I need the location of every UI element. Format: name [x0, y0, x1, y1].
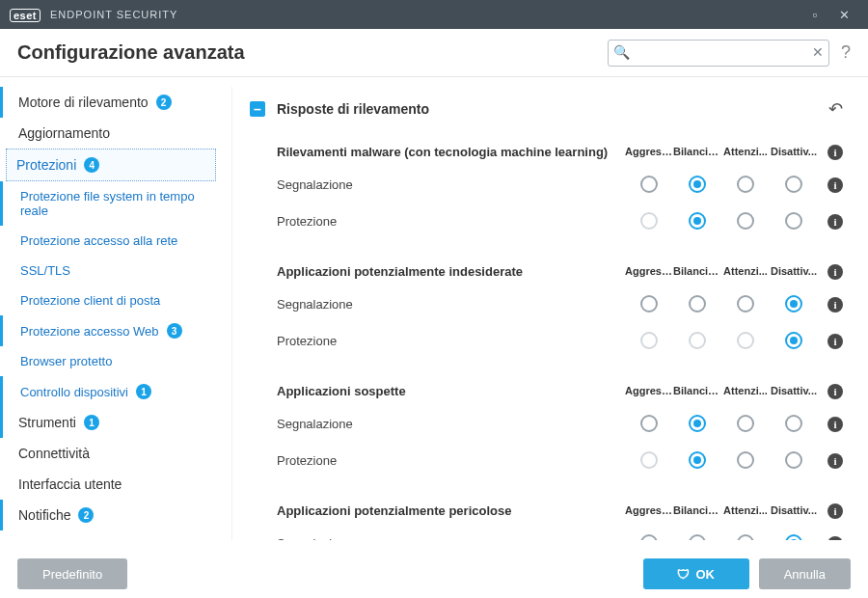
radio-option	[737, 332, 754, 349]
footer: Predefinito 🛡OK Annulla	[0, 550, 868, 598]
sidebar-badge: 1	[136, 384, 151, 399]
radio-option[interactable]	[640, 534, 658, 540]
sidebar-item-label: Protezioni	[16, 157, 76, 173]
sidebar-item-label: Protezione client di posta	[20, 293, 160, 308]
group-title: Applicazioni potenzialmente indesiderate	[277, 264, 625, 279]
section-header: – Risposte di rilevamento ↶	[250, 93, 843, 133]
row-label: Segnalazione	[277, 417, 625, 431]
sidebar-item-12[interactable]: Interfaccia utente	[0, 469, 222, 500]
info-icon[interactable]: i	[827, 536, 843, 540]
radio-option[interactable]	[737, 534, 754, 540]
info-icon[interactable]: i	[827, 384, 843, 399]
info-icon[interactable]: i	[827, 145, 843, 160]
info-icon[interactable]: i	[827, 417, 843, 432]
radio-option[interactable]	[785, 534, 802, 540]
sidebar-badge: 2	[78, 507, 94, 523]
sidebar-item-5[interactable]: SSL/TLS	[0, 256, 222, 285]
info-icon[interactable]: i	[827, 503, 843, 519]
sidebar-item-label: Strumenti	[18, 415, 76, 430]
column-label: Aggress...	[625, 504, 673, 516]
radio-option	[689, 332, 706, 349]
group-header: Rilevamenti malware (con tecnologia mach…	[250, 133, 843, 166]
setting-row: Protezionei	[250, 442, 843, 478]
info-icon[interactable]: i	[827, 453, 843, 469]
info-icon[interactable]: i	[827, 214, 843, 230]
body: Motore di rilevamento2AggiornamentoProte…	[0, 77, 868, 550]
sidebar: Motore di rilevamento2AggiornamentoProte…	[0, 77, 222, 550]
radio-option[interactable]	[737, 451, 754, 469]
default-button[interactable]: Predefinito	[17, 558, 127, 589]
column-label: Attenzi...	[721, 385, 770, 396]
info-icon[interactable]: i	[827, 334, 843, 349]
sidebar-item-1[interactable]: Aggiornamento	[0, 118, 222, 149]
radio-option[interactable]	[785, 295, 802, 313]
column-label: Attenzi...	[721, 146, 770, 157]
sidebar-item-13[interactable]: Notifiche2	[0, 500, 222, 530]
info-icon[interactable]: i	[827, 264, 843, 280]
column-label: Bilancia...	[673, 265, 721, 277]
ok-button[interactable]: 🛡OK	[643, 558, 749, 589]
radio-option[interactable]	[785, 415, 802, 432]
column-label: Aggress...	[625, 385, 673, 396]
ok-label: OK	[695, 567, 715, 582]
sidebar-item-4[interactable]: Protezione accesso alla rete	[0, 226, 222, 256]
radio-option[interactable]	[689, 415, 706, 432]
group-title: Applicazioni potenzialmente pericolose	[277, 503, 625, 518]
row-label: Protezione	[277, 214, 625, 229]
brand-mark: eset	[10, 9, 41, 22]
cancel-button[interactable]: Annulla	[759, 558, 851, 589]
collapse-toggle-icon[interactable]: –	[250, 101, 265, 117]
section-title: Risposte di rilevamento	[277, 101, 828, 117]
setting-row: Protezionei	[250, 322, 843, 359]
sidebar-item-9[interactable]: Controllo dispositivi1	[0, 376, 222, 407]
info-icon[interactable]: i	[827, 177, 843, 193]
undo-icon[interactable]: ↶	[828, 98, 843, 120]
radio-option[interactable]	[689, 176, 706, 193]
sidebar-item-11[interactable]: Connettività	[0, 438, 222, 469]
row-label: Protezione	[277, 334, 625, 348]
sidebar-badge: 4	[84, 157, 99, 173]
radio-option[interactable]	[737, 176, 754, 193]
sidebar-item-3[interactable]: Protezione file system in tempo reale	[0, 181, 222, 226]
radio-option[interactable]	[689, 212, 706, 230]
product-name: ENDPOINT SECURITY	[50, 9, 177, 20]
window-close-icon[interactable]: ✕	[829, 8, 858, 22]
clear-search-icon[interactable]: ✕	[812, 44, 824, 60]
sidebar-badge: 1	[84, 415, 99, 430]
search-input[interactable]	[608, 40, 829, 67]
search-field-wrap: 🔍 ✕	[608, 40, 829, 67]
radio-option[interactable]	[640, 295, 658, 313]
sidebar-item-label: Notifiche	[18, 507, 70, 523]
sidebar-item-0[interactable]: Motore di rilevamento2	[0, 87, 222, 118]
sidebar-item-7[interactable]: Protezione accesso Web3	[0, 315, 222, 346]
radio-option[interactable]	[737, 295, 754, 313]
column-label: Bilancia...	[673, 385, 721, 396]
radio-option[interactable]	[689, 534, 706, 540]
setting-row: Segnalazionei	[250, 525, 843, 540]
radio-option[interactable]	[785, 332, 802, 349]
sidebar-item-2[interactable]: Protezioni4	[6, 149, 216, 181]
column-label: Aggress...	[625, 265, 673, 277]
sidebar-item-label: Browser protetto	[20, 354, 112, 368]
radio-option	[640, 451, 658, 469]
sidebar-item-label: SSL/TLS	[20, 263, 70, 278]
radio-option[interactable]	[689, 295, 706, 313]
window-maximize-icon[interactable]: ▫	[800, 8, 829, 22]
help-button[interactable]: ?	[841, 42, 851, 63]
sidebar-item-6[interactable]: Protezione client di posta	[0, 285, 222, 315]
radio-option[interactable]	[640, 415, 658, 432]
column-label: Attenzi...	[721, 265, 770, 277]
radio-option[interactable]	[640, 176, 658, 193]
radio-option[interactable]	[785, 176, 802, 193]
radio-option[interactable]	[785, 451, 802, 469]
radio-option[interactable]	[689, 451, 706, 469]
sidebar-item-10[interactable]: Strumenti1	[0, 407, 222, 438]
radio-option[interactable]	[737, 415, 754, 432]
search-icon: 🔍	[613, 44, 630, 60]
radio-option[interactable]	[785, 212, 802, 230]
header: Configurazione avanzata 🔍 ✕ ?	[0, 29, 868, 77]
sidebar-item-8[interactable]: Browser protetto	[0, 346, 222, 376]
radio-option[interactable]	[737, 212, 754, 230]
info-icon[interactable]: i	[827, 297, 843, 313]
sidebar-item-label: Protezione accesso alla rete	[20, 233, 177, 248]
